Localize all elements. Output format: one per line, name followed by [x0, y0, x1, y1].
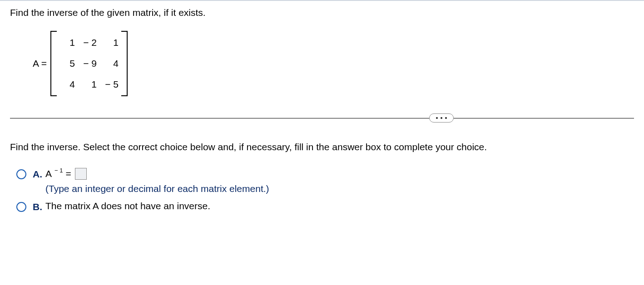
radio-choice-a[interactable] [16, 169, 26, 179]
matrix-cell: 1 [81, 79, 97, 90]
question-content: Find the inverse of the given matrix, if… [0, 1, 644, 232]
expr-base: A [45, 168, 52, 179]
more-options-button[interactable] [429, 113, 454, 123]
expr-superscript: − 1 [54, 167, 63, 174]
matrix-label: A = [33, 58, 47, 69]
choice-letter-a: A. [33, 169, 45, 180]
matrix-cell: 1 [59, 37, 75, 48]
choice-b-text: The matrix A does not have an inverse. [45, 201, 634, 211]
choice-b: B. The matrix A does not have an inverse… [16, 201, 634, 212]
dot-icon [445, 117, 447, 119]
matrix-cell: 4 [103, 58, 119, 69]
choice-a-hint: (Type an integer or decimal for each mat… [45, 183, 634, 194]
instruction-text: Find the inverse. Select the correct cho… [10, 142, 634, 152]
question-prompt: Find the inverse of the given matrix, if… [10, 7, 634, 18]
matrix-cell: − 5 [103, 79, 119, 90]
matrix-cell: 1 [103, 37, 119, 48]
section-divider [10, 113, 634, 123]
matrix-cell: − 9 [81, 58, 97, 69]
dot-icon [441, 117, 442, 119]
matrix-cell: 5 [59, 58, 75, 69]
matrix-equation: A = 1 − 2 1 5 − 9 4 4 1 − 5 [33, 31, 634, 96]
matrix-grid: 1 − 2 1 5 − 9 4 4 1 − 5 [54, 34, 124, 93]
expr-equals: = [65, 168, 71, 179]
choice-letter-b: B. [33, 201, 45, 212]
inverse-expression: A− 1 = [45, 168, 87, 180]
matrix-cell: 4 [59, 79, 75, 90]
choice-a: A. A− 1 = (Type an integer or decimal fo… [16, 168, 634, 194]
radio-choice-b[interactable] [16, 202, 26, 212]
matrix-bracket: 1 − 2 1 5 − 9 4 4 1 − 5 [50, 31, 128, 96]
answer-input-box[interactable] [75, 168, 87, 180]
choice-a-body: A− 1 = (Type an integer or decimal for e… [45, 168, 634, 194]
answer-choices: A. A− 1 = (Type an integer or decimal fo… [16, 168, 634, 212]
dot-icon [436, 117, 438, 119]
matrix-cell: − 2 [81, 37, 97, 48]
divider-line [10, 118, 634, 118]
